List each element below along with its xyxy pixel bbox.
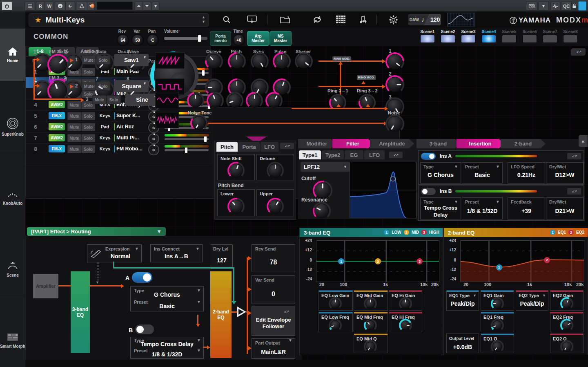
qc-button[interactable]: QC [561,1,572,11]
solo-button[interactable]: Solo [81,134,95,142]
lock-button[interactable] [571,1,577,10]
osc3-pulse-knob[interactable] [247,94,261,107]
ins-b-preset[interactable]: Preset▼ 1/8 & 1/32D [462,197,503,219]
pb-lower-knob[interactable] [229,199,243,213]
fm-3-2-knob[interactable] [49,82,67,100]
search-button[interactable] [220,14,233,25]
ins-b-toggle[interactable] [421,188,436,195]
ins-b-type[interactable]: Type▼ Tempo Cross Delay [420,197,461,219]
osc2-wave-select[interactable]: Square▼ [114,80,149,92]
filter-type-select[interactable]: LPF12 ▼ [301,162,350,172]
sidebar-item-smartmorph[interactable]: Smart Morph [0,314,25,367]
sort-down-button[interactable]: ⏷ [143,1,151,11]
volume-slider[interactable] [164,37,207,40]
osc1-octave-knob[interactable] [207,54,221,69]
dry-level-box[interactable]: Dry Lvl 127 [211,244,233,269]
solo-button[interactable]: Solo [81,68,95,76]
mute-button[interactable]: Mute [67,123,81,131]
eq2-point-1[interactable]: 1 [496,264,502,271]
ring-3-2-knob[interactable] [360,96,374,110]
tab-lfo[interactable]: LFO [261,142,278,152]
sidebar-item-scene[interactable]: Scene [0,243,25,295]
var-send-knob[interactable]: 50 [131,34,144,46]
note-shift-knob[interactable] [229,163,243,177]
osc2-level-knob[interactable] [387,77,403,92]
tab-2band[interactable]: 2-band [501,139,546,148]
store-button[interactable] [246,14,258,25]
song-button[interactable] [357,14,369,25]
osc3-mute-button[interactable]: Mute [92,95,107,104]
tab-insertion[interactable]: Insertion [457,139,504,148]
solo-button[interactable]: Solo [81,112,95,120]
favorite-star-icon[interactable]: ★ [35,16,41,25]
osc3-shaper-knob[interactable] [267,94,281,107]
ins-connect-box[interactable]: Ins Connect ▼ Ins A→B [150,244,203,262]
eq3-point-mid[interactable]: 2 [375,258,381,264]
ins-a-routing-toggle[interactable] [132,272,152,283]
eq-mid-gain-box[interactable]: EQ Mid Gain [354,290,388,311]
eq2-gain-box[interactable]: EQ2 Gain [550,290,584,311]
osc1-wave-select[interactable]: Saw1▼ [114,54,149,66]
power-button[interactable] [2,1,12,11]
eq-mid-q-knob[interactable] [365,342,375,351]
pattern-button[interactable] [335,14,347,25]
osc1-mute-button[interactable]: Mute [82,56,96,65]
eq1-q-knob[interactable] [492,342,502,351]
expand-icon[interactable]: ↙↗ [567,153,581,159]
rev-send-knob[interactable]: 64 [117,34,129,46]
scene4-button[interactable]: Scene4 [481,29,497,43]
sidebar-item-home[interactable]: Home [0,29,25,81]
list-dropdown[interactable]: ▾ [152,1,159,11]
fx-a-box[interactable]: Type ▼ G Chorus Preset ▼ Basic [130,286,204,311]
part-row-6[interactable]: 6 AWM2 Mute Solo Pad Air Rez C [26,121,211,132]
eq-mid-q-box[interactable]: EQ Mid Q [354,333,388,353]
scene2-button[interactable]: Scene2 [440,29,456,43]
section-selector[interactable]: [PART] Effect > Routing ▼ [27,227,166,236]
osc1-level-knob[interactable] [387,54,403,69]
eq-hi-freq-knob[interactable] [401,320,410,330]
pan-knob[interactable]: C [147,34,159,46]
part-pan-knob[interactable]: C [148,144,159,155]
eq1-freq-box[interactable]: EQ1 Freq [481,312,514,332]
pb-upper-knob[interactable] [268,199,282,213]
detune-box[interactable]: Detune [256,154,294,180]
browse-button[interactable] [279,14,292,25]
collapse-panel-button[interactable]: « [579,135,588,147]
sidebar-item-knobauto[interactable]: KnobAuto [0,172,25,224]
var-send-box[interactable]: Var Send 0 [252,275,295,304]
eq-hi-freq-box[interactable]: EQ Hi Freq [389,312,422,332]
part-row-7[interactable]: 7 AWM2 Mute Solo Keys Multi Pi... C [26,132,211,143]
osc3-pitch-knob[interactable] [208,94,222,107]
color-swatch[interactable] [578,1,586,11]
tab-3band[interactable]: 3-band [416,139,460,148]
ins-a-type[interactable]: Type▼ G Chorus [420,162,461,184]
motion-seq-display[interactable] [447,13,475,27]
osc1-pulse-knob[interactable] [274,54,289,69]
eq2-routing-block[interactable]: 2-band EQ [210,271,232,358]
part-row-5[interactable]: 5 FM-X Mute Solo Keys Super K... C [26,110,211,121]
eq-mid-freq-knob[interactable] [365,320,375,330]
portamento-button[interactable]: Porta mento [210,31,231,46]
ins-a-drywet[interactable]: Dry/Wet D12>W [546,162,584,184]
eq2-point-2[interactable]: 2 [544,257,550,263]
eq3-point-high[interactable]: 3 [416,258,423,264]
sidebar-item-superknob[interactable]: SuperKnob [0,101,25,153]
automation-button[interactable] [550,1,560,11]
ins-a-toggle[interactable] [421,153,436,160]
back-button[interactable] [65,1,75,11]
eq1-type-box[interactable]: EQ1 Type ▼ Peak/Dip [446,290,479,311]
cutoff-knob[interactable] [314,182,331,199]
porta-time-knob[interactable]: +0 [233,34,245,46]
rev-send-box[interactable]: Rev Send 78 [252,244,295,272]
part-row-8[interactable]: 8 FM-X Mute Solo Keys FM Robo... C [26,143,211,154]
daw-tempo-display[interactable]: DAW ♩ 120 [408,14,441,25]
eq2-q-box[interactable]: EQ2 Q [550,333,584,353]
eq-low-gain-knob[interactable] [330,299,340,309]
eq1-q-box[interactable]: EQ1 Q [481,333,514,353]
output-level-box[interactable]: Output Level +0.0dB [446,333,479,353]
expand-icon[interactable]: ↙↗ [567,188,581,195]
eq2-gain-knob[interactable] [562,299,572,309]
eq1-freq-knob[interactable] [492,320,502,330]
osc3-octave-knob[interactable] [189,94,203,107]
expand-icon[interactable]: ↙↗ [280,143,294,149]
